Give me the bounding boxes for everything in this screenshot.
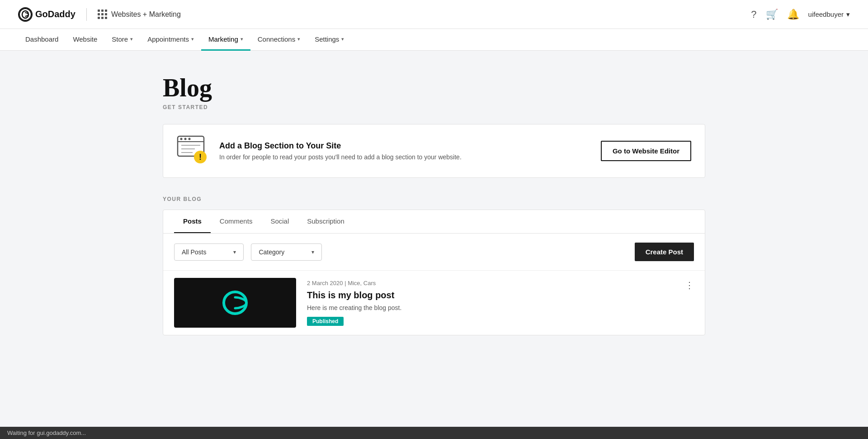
blog-tabs: Posts Comments Social Subscription (163, 210, 705, 234)
chevron-down-icon: ▾ (341, 36, 344, 42)
app-name: Websites + Marketing (111, 10, 181, 19)
chevron-down-icon: ▾ (130, 36, 133, 42)
go-to-website-editor-button[interactable]: Go to Website Editor (601, 141, 691, 161)
nav-item-connections[interactable]: Connections ▾ (250, 29, 307, 51)
nav-bar: Dashboard Website Store ▾ Appointments ▾… (0, 29, 868, 51)
alert-description: In order for people to read your posts y… (219, 153, 590, 161)
brand-name: GoDaddy (35, 9, 75, 19)
top-header: GoDaddy Websites + Marketing ? 🛒 🔔 uifee… (0, 0, 868, 29)
user-chevron: ▾ (846, 10, 850, 19)
nav-label-store: Store (112, 35, 128, 43)
create-post-button[interactable]: Create Post (635, 243, 694, 261)
nav-label-website: Website (73, 35, 97, 43)
nav-item-dashboard[interactable]: Dashboard (18, 29, 66, 51)
post-info: 2 March 2020 | Mice, Cars This is my blo… (307, 278, 694, 326)
nav-item-marketing[interactable]: Marketing ▾ (201, 29, 250, 51)
alert-heading: Add a Blog Section to Your Site (219, 141, 590, 151)
thumbnail-logo (215, 288, 255, 318)
header-right: ? 🛒 🔔 uifeedbuyer ▾ (751, 9, 850, 20)
tab-social[interactable]: Social (261, 210, 298, 233)
username: uifeedbuyer (808, 10, 844, 18)
bell-icon[interactable]: 🔔 (787, 9, 799, 20)
tab-social-label: Social (270, 217, 289, 225)
nav-item-settings[interactable]: Settings ▾ (307, 29, 351, 51)
blog-section-icon: ! (177, 135, 208, 165)
page-title: Blog (163, 73, 705, 102)
tab-comments-label: Comments (220, 217, 253, 225)
post-options-button[interactable]: ⋮ (685, 280, 694, 291)
all-posts-filter[interactable]: All Posts ▾ (174, 243, 244, 261)
nav-item-store[interactable]: Store ▾ (104, 29, 140, 51)
chevron-down-icon: ▾ (241, 36, 243, 42)
post-excerpt: Here is me creating the blog post. (307, 304, 694, 311)
alert-banner: ! Add a Blog Section to Your Site In ord… (163, 124, 705, 178)
svg-text:!: ! (199, 153, 202, 162)
tab-posts[interactable]: Posts (174, 210, 211, 233)
post-title: This is my blog post (307, 290, 694, 301)
logo-circle (18, 7, 33, 22)
post-categories: Mice, Cars (348, 280, 376, 286)
user-menu[interactable]: uifeedbuyer ▾ (808, 10, 850, 19)
tab-posts-label: Posts (183, 217, 202, 225)
nav-label-appointments: Appointments (147, 35, 189, 43)
svg-point-5 (189, 138, 191, 140)
header-divider (86, 8, 87, 21)
cart-icon[interactable]: 🛒 (766, 9, 778, 20)
godaddy-logo[interactable]: GoDaddy (18, 7, 75, 22)
main-content: Blog GET STARTED ! (145, 51, 723, 358)
chevron-down-icon: ▾ (297, 36, 300, 42)
svg-point-4 (184, 138, 187, 140)
tab-subscription-label: Subscription (307, 217, 344, 225)
filters-row: All Posts ▾ Category ▾ Create Post (163, 234, 705, 270)
alert-text: Add a Blog Section to Your Site In order… (219, 141, 590, 161)
category-filter[interactable]: Category ▾ (251, 243, 322, 261)
nav-label-dashboard: Dashboard (25, 35, 58, 43)
blog-post-item: 2 March 2020 | Mice, Cars This is my blo… (163, 270, 705, 335)
your-blog-label: YOUR BLOG (163, 196, 705, 202)
chevron-down-icon: ▾ (233, 249, 236, 255)
grid-icon (98, 10, 108, 19)
blog-card: Posts Comments Social Subscription All P… (163, 210, 705, 335)
logo-area: GoDaddy Websites + Marketing (18, 7, 181, 22)
nav-item-website[interactable]: Website (66, 29, 104, 51)
nav-label-settings: Settings (315, 35, 339, 43)
post-status-badge: Published (307, 317, 344, 326)
post-meta: 2 March 2020 | Mice, Cars (307, 280, 694, 286)
tab-subscription[interactable]: Subscription (298, 210, 354, 233)
all-posts-label: All Posts (182, 248, 206, 256)
help-icon[interactable]: ? (751, 9, 756, 20)
blog-icon-wrap: ! (177, 135, 208, 167)
nav-item-appointments[interactable]: Appointments ▾ (140, 29, 201, 51)
godaddy-logo-svg (19, 8, 32, 21)
app-name-area: Websites + Marketing (98, 10, 181, 19)
svg-point-3 (180, 138, 183, 140)
chevron-down-icon: ▾ (191, 36, 194, 42)
post-thumbnail (174, 278, 296, 328)
chevron-down-icon: ▾ (311, 249, 314, 255)
nav-label-marketing: Marketing (208, 35, 238, 43)
get-started-label: GET STARTED (163, 104, 705, 110)
category-label: Category (259, 248, 284, 256)
nav-label-connections: Connections (258, 35, 295, 43)
post-date: 2 March 2020 (307, 280, 343, 286)
tab-comments[interactable]: Comments (211, 210, 262, 233)
